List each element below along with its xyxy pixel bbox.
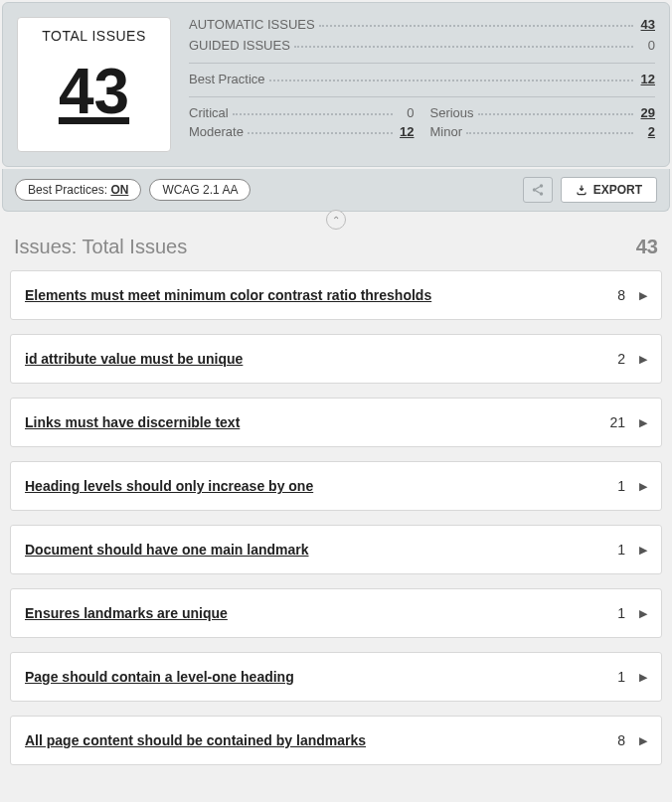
summary-panel: TOTAL ISSUES 43 AUTOMATIC ISSUES 43 GUID…	[2, 2, 670, 167]
download-icon	[576, 184, 588, 196]
best-practices-toggle-label: Best Practices:	[28, 183, 110, 197]
minor-row[interactable]: Minor 2	[430, 124, 656, 139]
issue-name[interactable]: Links must have discernible text	[25, 414, 240, 430]
issue-item[interactable]: id attribute value must be unique2▶	[10, 334, 662, 384]
issue-name[interactable]: All page content should be contained by …	[25, 732, 366, 748]
moderate-label: Moderate	[189, 124, 244, 139]
issue-list: Elements must meet minimum color contras…	[0, 270, 672, 789]
issue-name[interactable]: Heading levels should only increase by o…	[25, 478, 313, 494]
critical-label: Critical	[189, 105, 229, 120]
collapse-button[interactable]: ⌃	[326, 210, 346, 230]
toolbar: Best Practices: ON WCAG 2.1 AA EXPORT	[2, 169, 670, 212]
wcag-filter[interactable]: WCAG 2.1 AA	[149, 179, 251, 201]
svg-point-2	[539, 192, 543, 196]
issue-item[interactable]: Heading levels should only increase by o…	[10, 461, 662, 511]
guided-issues-label: GUIDED ISSUES	[189, 38, 290, 53]
issue-count: 8	[617, 287, 639, 303]
export-label: EXPORT	[593, 183, 642, 197]
issue-count: 1	[617, 478, 639, 494]
export-button[interactable]: EXPORT	[561, 177, 657, 203]
chevron-right-icon: ▶	[639, 289, 647, 302]
serious-row[interactable]: Serious 29	[430, 105, 656, 120]
chevron-right-icon: ▶	[639, 416, 647, 429]
dot-leader	[233, 113, 393, 115]
divider	[189, 96, 655, 97]
issue-count: 1	[617, 669, 639, 685]
share-icon	[531, 183, 545, 197]
automatic-issues-value[interactable]: 43	[637, 17, 655, 32]
issues-title: Issues: Total Issues	[14, 236, 187, 258]
svg-point-1	[532, 188, 536, 192]
wcag-filter-label: WCAG 2.1 AA	[162, 183, 238, 197]
chevron-right-icon: ▶	[639, 480, 647, 493]
moderate-row[interactable]: Moderate 12	[189, 124, 415, 139]
issue-count: 1	[617, 542, 639, 558]
issue-item[interactable]: All page content should be contained by …	[10, 716, 662, 765]
issue-name[interactable]: id attribute value must be unique	[25, 351, 243, 367]
chevron-right-icon: ▶	[639, 353, 647, 366]
issue-item[interactable]: Links must have discernible text21▶	[10, 398, 662, 447]
serious-value[interactable]: 29	[637, 105, 655, 120]
dot-leader	[269, 80, 633, 81]
issues-header: Issues: Total Issues 43	[0, 226, 672, 270]
issue-item[interactable]: Elements must meet minimum color contras…	[10, 270, 662, 320]
issue-name[interactable]: Page should contain a level-one heading	[25, 669, 294, 685]
best-practice-label: Best Practice	[189, 72, 265, 86]
issue-item[interactable]: Ensures landmarks are unique1▶	[10, 588, 662, 638]
svg-point-0	[539, 184, 543, 188]
best-practices-toggle-state: ON	[110, 183, 128, 197]
dot-leader	[466, 132, 633, 134]
dot-leader	[319, 25, 633, 27]
chevron-right-icon: ▶	[639, 607, 647, 620]
minor-value[interactable]: 2	[637, 124, 655, 139]
best-practices-toggle[interactable]: Best Practices: ON	[15, 179, 141, 201]
issue-name[interactable]: Ensures landmarks are unique	[25, 605, 228, 621]
chevron-up-icon: ⌃	[332, 215, 340, 226]
total-issues-box[interactable]: TOTAL ISSUES 43	[17, 17, 171, 152]
total-issues-label: TOTAL ISSUES	[26, 28, 162, 44]
automatic-issues-row[interactable]: AUTOMATIC ISSUES 43	[189, 17, 655, 32]
chevron-right-icon: ▶	[639, 734, 647, 747]
critical-value: 0	[397, 105, 415, 120]
issue-name[interactable]: Document should have one main landmark	[25, 542, 309, 558]
dot-leader	[294, 46, 633, 48]
issue-count: 8	[617, 732, 639, 748]
issue-count: 1	[617, 605, 639, 621]
chevron-right-icon: ▶	[639, 544, 647, 557]
issues-header-count: 43	[636, 236, 658, 258]
dot-leader	[478, 113, 633, 115]
stats-block: AUTOMATIC ISSUES 43 GUIDED ISSUES 0 Best…	[189, 17, 655, 152]
issue-count: 2	[617, 351, 639, 367]
chevron-right-icon: ▶	[639, 671, 647, 684]
share-button[interactable]	[523, 177, 553, 203]
guided-issues-value: 0	[637, 38, 655, 53]
issue-item[interactable]: Page should contain a level-one heading1…	[10, 652, 662, 702]
issue-name[interactable]: Elements must meet minimum color contras…	[25, 287, 431, 303]
collapse-handle: ⌃	[0, 212, 672, 226]
serious-label: Serious	[430, 105, 474, 120]
dot-leader	[248, 132, 393, 134]
issue-item[interactable]: Document should have one main landmark1▶	[10, 525, 662, 574]
best-practice-row[interactable]: Best Practice 12	[189, 72, 655, 86]
guided-issues-row[interactable]: GUIDED ISSUES 0	[189, 38, 655, 53]
divider	[189, 63, 655, 64]
issue-count: 21	[609, 414, 639, 430]
minor-label: Minor	[430, 124, 463, 139]
automatic-issues-label: AUTOMATIC ISSUES	[189, 17, 315, 32]
total-issues-value: 43	[26, 44, 162, 139]
moderate-value[interactable]: 12	[397, 124, 415, 139]
critical-row[interactable]: Critical 0	[189, 105, 415, 120]
best-practice-value[interactable]: 12	[637, 72, 655, 86]
